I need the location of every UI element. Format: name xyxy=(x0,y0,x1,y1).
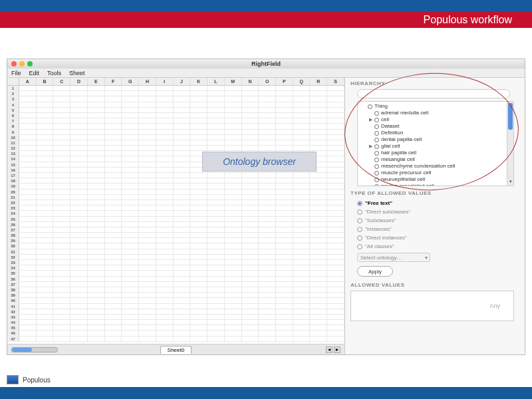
cell[interactable] xyxy=(242,298,259,303)
cell[interactable] xyxy=(37,184,54,189)
cell[interactable] xyxy=(327,260,344,265)
cell[interactable] xyxy=(207,108,225,113)
cell[interactable] xyxy=(174,293,191,298)
cell[interactable] xyxy=(293,96,311,102)
cell[interactable] xyxy=(37,331,54,336)
cell[interactable] xyxy=(293,113,311,118)
cell[interactable] xyxy=(37,190,54,195)
tree-node[interactable]: ▶glial cell xyxy=(362,143,512,150)
cell[interactable] xyxy=(276,217,293,222)
cell[interactable] xyxy=(139,205,156,211)
cell[interactable] xyxy=(242,184,259,189)
cell[interactable] xyxy=(310,309,327,315)
cell[interactable] xyxy=(242,135,259,140)
cell[interactable] xyxy=(19,271,37,276)
cell[interactable] xyxy=(207,238,225,243)
cell[interactable] xyxy=(327,124,344,129)
cell[interactable] xyxy=(19,135,37,140)
cell[interactable] xyxy=(37,298,54,303)
column-header[interactable]: A xyxy=(19,78,37,85)
cell[interactable] xyxy=(259,238,276,243)
cell[interactable] xyxy=(259,233,276,238)
cell[interactable] xyxy=(293,320,311,325)
cell[interactable] xyxy=(122,168,139,173)
cell[interactable] xyxy=(190,195,207,200)
cell[interactable] xyxy=(122,227,139,233)
cell[interactable] xyxy=(37,255,54,260)
cell[interactable] xyxy=(122,184,139,189)
cell[interactable] xyxy=(174,255,191,260)
cell[interactable] xyxy=(53,151,70,156)
cell[interactable] xyxy=(88,195,105,200)
cell[interactable] xyxy=(139,336,156,342)
cell[interactable] xyxy=(207,178,225,184)
cell[interactable] xyxy=(37,156,54,162)
cell[interactable] xyxy=(70,255,88,260)
tree-scroll-thumb[interactable] xyxy=(508,103,513,130)
cell[interactable] xyxy=(327,309,344,315)
cell[interactable] xyxy=(327,249,344,255)
cell[interactable] xyxy=(122,96,139,102)
cell[interactable] xyxy=(105,205,122,211)
cell[interactable] xyxy=(259,195,276,200)
column-header[interactable]: I xyxy=(156,78,174,85)
cell[interactable] xyxy=(53,293,70,298)
cell[interactable] xyxy=(242,211,259,216)
cell[interactable] xyxy=(207,102,225,108)
cell[interactable] xyxy=(327,243,344,249)
cell[interactable] xyxy=(225,331,242,336)
cell[interactable] xyxy=(156,309,174,315)
cell[interactable] xyxy=(225,200,242,205)
cell[interactable] xyxy=(225,293,242,298)
cell[interactable] xyxy=(276,96,293,102)
tree-vertical-scrollbar[interactable]: ▴ ▾ xyxy=(507,102,513,186)
cell[interactable] xyxy=(293,315,311,320)
cell[interactable] xyxy=(225,140,242,146)
cell[interactable] xyxy=(122,151,139,156)
cell[interactable] xyxy=(190,265,207,271)
cell[interactable] xyxy=(88,151,105,156)
cell[interactable] xyxy=(37,265,54,271)
cell[interactable] xyxy=(293,298,311,303)
cell[interactable] xyxy=(70,146,88,151)
cell[interactable] xyxy=(37,293,54,298)
cell[interactable] xyxy=(122,108,139,113)
cell[interactable] xyxy=(190,293,207,298)
cell[interactable] xyxy=(70,293,88,298)
cell[interactable] xyxy=(190,113,207,118)
cell[interactable] xyxy=(53,156,70,162)
cell[interactable] xyxy=(105,287,122,293)
cell[interactable] xyxy=(70,86,88,91)
cell[interactable] xyxy=(122,293,139,298)
cell[interactable] xyxy=(139,233,156,238)
cell[interactable] xyxy=(70,178,88,184)
cell[interactable] xyxy=(37,178,54,184)
cell[interactable] xyxy=(293,135,311,140)
cell[interactable] xyxy=(190,178,207,184)
cell[interactable] xyxy=(242,282,259,287)
cell[interactable] xyxy=(19,315,37,320)
cell[interactable] xyxy=(37,287,54,293)
row-number[interactable]: 39 xyxy=(7,293,19,298)
cell[interactable] xyxy=(70,217,88,222)
cell[interactable] xyxy=(156,282,174,287)
cell[interactable] xyxy=(259,184,276,189)
cell[interactable] xyxy=(122,265,139,271)
cell[interactable] xyxy=(276,124,293,129)
cell[interactable] xyxy=(190,315,207,320)
cell[interactable] xyxy=(327,298,344,303)
cell[interactable] xyxy=(190,336,207,342)
cell[interactable] xyxy=(293,140,311,146)
cell[interactable] xyxy=(53,243,70,249)
cell[interactable] xyxy=(259,108,276,113)
cell[interactable] xyxy=(225,287,242,293)
cell[interactable] xyxy=(88,124,105,129)
cell[interactable] xyxy=(37,277,54,282)
cell[interactable] xyxy=(53,130,70,135)
cell[interactable] xyxy=(156,320,174,325)
cell[interactable] xyxy=(276,298,293,303)
cell[interactable] xyxy=(139,178,156,184)
cell[interactable] xyxy=(122,211,139,216)
cell[interactable] xyxy=(88,260,105,265)
cell[interactable] xyxy=(88,331,105,336)
